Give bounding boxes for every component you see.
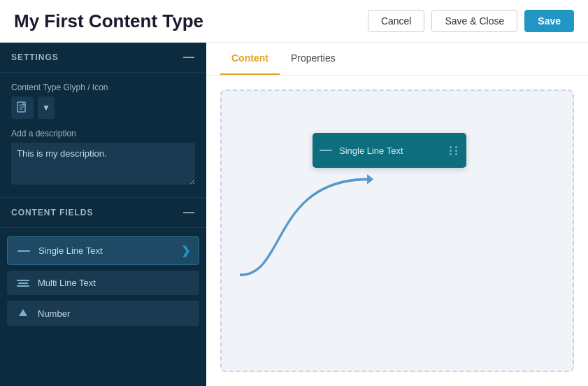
canvas-field-card[interactable]: Single Line Text: [313, 133, 466, 168]
number-icon: [15, 308, 31, 319]
content-fields-section-header: CONTENT FIELDS —: [0, 198, 206, 228]
content-fields-collapse-icon[interactable]: —: [183, 206, 195, 219]
glyph-icon-button[interactable]: [11, 96, 34, 119]
tab-content[interactable]: Content: [220, 43, 280, 75]
save-button[interactable]: Save: [524, 10, 574, 32]
field-item-single-line[interactable]: Single Line Text ❯: [7, 236, 199, 265]
svg-marker-1: [19, 309, 27, 316]
tabs-bar: Content Properties: [206, 43, 588, 76]
content-fields-label: CONTENT FIELDS: [11, 208, 93, 217]
content-fields-list: Single Line Text ❯ Multi Line Text: [0, 228, 206, 334]
glyph-dropdown-button[interactable]: ▼: [38, 96, 55, 119]
description-textarea[interactable]: This is my description.: [11, 143, 195, 185]
main-layout: SETTINGS — Content Type Glyph / Icon ▼: [0, 43, 588, 386]
sidebar: SETTINGS — Content Type Glyph / Icon ▼: [0, 43, 206, 386]
drag-handle-icon: [450, 146, 459, 155]
settings-collapse-icon[interactable]: —: [183, 51, 195, 64]
settings-section-header: SETTINGS —: [0, 43, 206, 73]
canvas-area: Single Line Text: [206, 76, 588, 386]
description-label: Add a description: [11, 129, 195, 138]
field-item-number[interactable]: Number: [7, 301, 199, 326]
field-item-label-single-line: Single Line Text: [38, 245, 174, 256]
single-line-icon: [16, 250, 31, 252]
field-item-arrow-single-line: ❯: [181, 244, 190, 257]
canvas-single-line-icon: [320, 150, 332, 151]
glyph-label: Content Type Glyph / Icon: [11, 83, 195, 92]
svg-marker-2: [367, 174, 373, 185]
content-fields-list-container: Single Line Text ❯ Multi Line Text: [0, 228, 206, 386]
canvas-field-label: Single Line Text: [339, 145, 443, 156]
header: My First Content Type Cancel Save & Clos…: [0, 0, 588, 43]
tab-properties[interactable]: Properties: [280, 43, 347, 75]
settings-content: Content Type Glyph / Icon ▼ Add a descri…: [0, 73, 206, 198]
document-icon: [17, 101, 28, 114]
field-item-multi-line[interactable]: Multi Line Text: [7, 271, 199, 295]
field-item-label-multi-line: Multi Line Text: [38, 278, 191, 288]
cancel-button[interactable]: Cancel: [368, 10, 425, 32]
header-buttons: Cancel Save & Close Save: [368, 10, 574, 32]
page-title: My First Content Type: [14, 10, 203, 32]
save-close-button[interactable]: Save & Close: [431, 10, 517, 32]
content-area: Content Properties Single Line Text: [206, 43, 588, 386]
multi-line-icon: [15, 280, 31, 287]
glyph-row: ▼: [11, 96, 195, 119]
field-item-label-number: Number: [38, 308, 191, 319]
drop-zone[interactable]: Single Line Text: [220, 90, 574, 372]
settings-section-label: SETTINGS: [11, 52, 59, 62]
